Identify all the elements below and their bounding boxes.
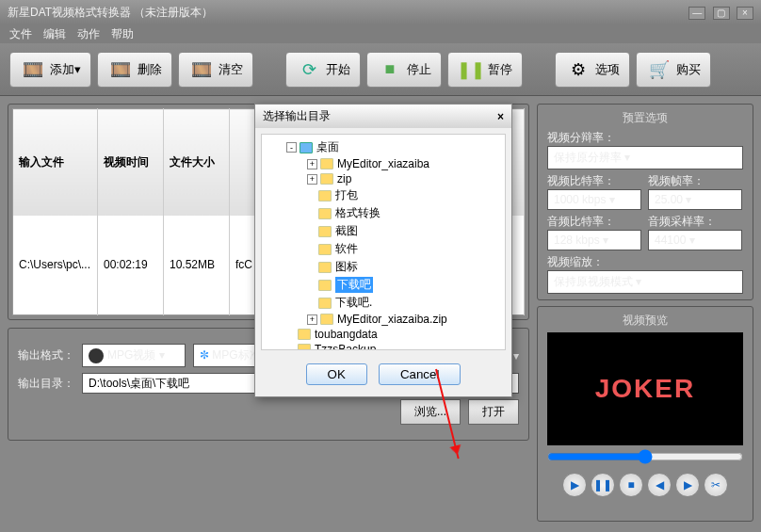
tree-item-label: 软件 (335, 241, 358, 257)
tree-item-label: zip (337, 172, 351, 185)
video-bitrate-select[interactable]: 1000 kbps ▾ (547, 189, 641, 210)
toolbar: 🎞️添加 ▾ 🎞️删除 🎞️清空 ⟳开始 ■停止 ❚❚暂停 ⚙选项 🛒购买 (0, 43, 761, 96)
tree-item-label: MyEditor_xiazaiba (337, 157, 429, 170)
film-delete-icon: 🎞️ (107, 56, 134, 83)
browse-button[interactable]: 浏览... (400, 399, 461, 425)
tree-item[interactable]: 格式转换 (267, 204, 499, 222)
folder-icon (318, 226, 332, 237)
tree-item-label: TzzsBackup (315, 343, 376, 350)
pb-snapshot-button[interactable]: ✂ (704, 473, 728, 497)
stop-button[interactable]: ■停止 (366, 52, 442, 88)
video-bitrate-label: 视频比特率： (547, 173, 642, 189)
play-button[interactable]: ▶ (562, 473, 587, 497)
pb-pause-button[interactable]: ❚❚ (591, 473, 615, 497)
tree-item-label: 图标 (335, 259, 358, 275)
folder-icon (320, 158, 333, 169)
resolution-select[interactable]: 保持原分辨率 ▾ (547, 146, 743, 169)
preset-panel: 预置选项 视频分辩率： 保持原分辨率 ▾ 视频比特率：1000 kbps ▾ 视… (537, 104, 753, 300)
cart-icon: 🛒 (646, 56, 672, 83)
tree-item[interactable]: +zip (267, 171, 499, 186)
clear-button[interactable]: 🎞️清空 (178, 52, 253, 88)
preset-title: 预置选项 (547, 110, 743, 126)
add-button[interactable]: 🎞️添加 ▾ (9, 52, 91, 88)
delete-button[interactable]: 🎞️删除 (97, 52, 172, 88)
folder-icon (318, 208, 332, 219)
tree-item[interactable]: +MyEditor_xiazaiba.zip (267, 312, 499, 327)
tree-item-label: toubangdata (315, 328, 378, 341)
expand-icon[interactable]: + (307, 314, 317, 325)
preview-panel: 视频预览 JOKER ▶ ❚❚ ■ ◀ ▶ ✂ (537, 306, 753, 522)
gear-icon: ⚙ (565, 56, 591, 83)
col-file-size[interactable]: 文件大小 (164, 109, 230, 216)
folder-icon (318, 190, 332, 202)
output-dir-label: 输出目录： (18, 376, 74, 392)
tree-item[interactable]: toubangdata (267, 327, 499, 342)
dialog-cancel-button[interactable]: Cancel (379, 363, 461, 385)
minimize-button[interactable]: — (688, 7, 705, 20)
audio-bitrate-select[interactable]: 128 kbps ▾ (547, 230, 641, 250)
expand-icon[interactable]: - (286, 142, 297, 153)
video-fps-select[interactable]: 25.00 ▾ (648, 189, 742, 210)
dialog-title: 选择输出目录 (263, 108, 331, 124)
tree-item-label: 下载吧. (335, 295, 372, 311)
zoom-label: 视频缩放： (547, 254, 743, 270)
expand-icon[interactable]: + (307, 174, 317, 185)
dialog-ok-button[interactable]: OK (306, 363, 367, 385)
audio-samplerate-label: 音频采样率： (648, 214, 743, 230)
folder-dialog: 选择输出目录 × -桌面+MyEditor_xiazaiba+zip打包格式转换… (254, 104, 512, 397)
folder-icon (298, 329, 311, 340)
stop-icon: ■ (377, 56, 403, 83)
close-button[interactable]: × (737, 7, 753, 20)
tree-item-label: 格式转换 (335, 205, 380, 221)
maximize-button[interactable]: ▢ (713, 7, 730, 20)
folder-icon (318, 298, 332, 309)
expand-icon[interactable]: + (307, 159, 317, 169)
folder-icon (318, 280, 332, 291)
tree-item[interactable]: 打包 (267, 186, 499, 204)
folder-tree[interactable]: -桌面+MyEditor_xiazaiba+zip打包格式转换截图软件图标下载吧… (261, 134, 506, 350)
folder-icon (320, 314, 333, 325)
zoom-select[interactable]: 保持原视频模式 ▾ (547, 270, 743, 294)
chevron-down-icon[interactable]: ▾ (513, 349, 519, 363)
menu-action[interactable]: 动作 (77, 26, 100, 42)
pause-icon: ❚❚ (458, 56, 484, 83)
film-clear-icon: 🎞️ (188, 56, 215, 83)
folder-icon (320, 173, 333, 185)
pb-next-button[interactable]: ▶ (675, 473, 700, 497)
start-button[interactable]: ⟳开始 (285, 52, 361, 88)
menu-bar: 文件 编辑 动作 帮助 (0, 24, 761, 43)
resolution-label: 视频分辩率： (547, 130, 743, 146)
tree-item-label: MyEditor_xiazaiba.zip (337, 313, 447, 326)
tree-item[interactable]: -桌面 (267, 138, 499, 156)
folder-icon (298, 344, 311, 350)
window-title: 新星DAT视频格式转换器 （未注册版本） (8, 5, 213, 21)
output-format-category[interactable]: MPG视频 ▾ (82, 344, 186, 367)
buy-button[interactable]: 🛒购买 (636, 52, 711, 88)
menu-edit[interactable]: 编辑 (43, 26, 66, 42)
tree-item[interactable]: TzzsBackup (267, 342, 499, 350)
preview-area: JOKER (547, 332, 743, 445)
folder-icon (300, 142, 313, 153)
preview-slider[interactable] (547, 449, 743, 464)
pause-button[interactable]: ❚❚暂停 (447, 52, 523, 88)
tree-item[interactable]: +MyEditor_xiazaiba (267, 156, 499, 171)
tree-item[interactable]: 下载吧. (267, 294, 499, 312)
col-video-time[interactable]: 视频时间 (98, 109, 164, 216)
tree-item-label: 截图 (335, 223, 358, 239)
pb-prev-button[interactable]: ◀ (647, 473, 672, 497)
menu-help[interactable]: 帮助 (111, 26, 134, 42)
options-button[interactable]: ⚙选项 (555, 52, 630, 88)
tree-item[interactable]: 截图 (267, 222, 499, 240)
film-add-icon: 🎞️ (20, 56, 46, 83)
audio-samplerate-select[interactable]: 44100 ▾ (648, 230, 742, 250)
tree-item[interactable]: 软件 (267, 240, 499, 258)
tree-item[interactable]: 下载吧 (267, 276, 499, 294)
pb-stop-button[interactable]: ■ (619, 473, 643, 497)
title-bar: 新星DAT视频格式转换器 （未注册版本） — ▢ × (0, 0, 761, 24)
dialog-close-button[interactable]: × (497, 110, 504, 123)
open-button[interactable]: 打开 (468, 399, 519, 425)
col-input-file[interactable]: 输入文件 (13, 109, 98, 216)
tree-item[interactable]: 图标 (267, 258, 499, 276)
folder-icon (318, 244, 332, 255)
menu-file[interactable]: 文件 (9, 26, 32, 42)
